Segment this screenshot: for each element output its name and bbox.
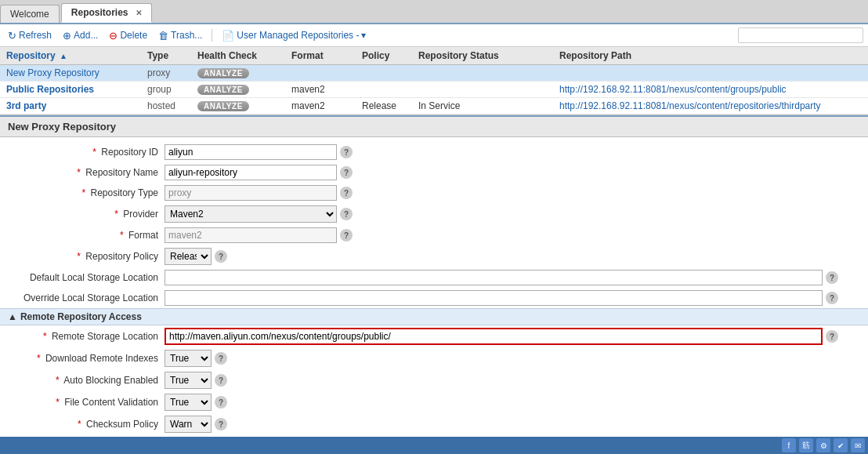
auto-blocking-select[interactable]: True False	[165, 372, 212, 389]
file-content-select[interactable]: True False	[165, 394, 212, 411]
checksum-help-icon[interactable]: ?	[215, 418, 227, 430]
repo-hc-0[interactable]: ANALYZE	[197, 67, 291, 78]
col-header-type[interactable]: Type	[147, 50, 197, 61]
col-header-policy[interactable]: Policy	[362, 50, 418, 61]
required-star: *	[81, 187, 85, 198]
override-storage-help-icon[interactable]: ?	[826, 292, 838, 304]
col-header-healthcheck[interactable]: Health Check	[197, 50, 291, 61]
form-row-repo-type: * Repository Type ?	[0, 183, 868, 203]
user-managed-label: User Managed Repositories -	[237, 30, 359, 41]
repo-name-3rdparty[interactable]: 3rd party	[0, 100, 147, 111]
delete-icon: ⊖	[109, 30, 118, 42]
refresh-button[interactable]: ↻ Refresh	[5, 28, 55, 43]
form-row-remote-storage: * Remote Storage Location ?	[0, 325, 868, 347]
repo-type-1: group	[147, 84, 197, 95]
format-help-icon[interactable]: ?	[340, 229, 353, 242]
table-row[interactable]: New Proxy Repository proxy ANALYZE	[0, 65, 868, 82]
form-body: * Repository ID ? * Repository Name ? * …	[0, 137, 868, 440]
tab-repositories-label: Repositories	[71, 7, 128, 18]
form-row-default-storage: Default Local Storage Location ?	[0, 267, 868, 288]
download-remote-select[interactable]: True False	[165, 350, 212, 367]
col-header-format[interactable]: Format	[291, 50, 362, 61]
form-row-download-remote: * Download Remote Indexes True False ?	[0, 347, 868, 369]
policy-select[interactable]: Release Snapshot Mixed	[165, 248, 212, 265]
tab-repositories[interactable]: Repositories ✕	[61, 3, 152, 23]
provider-label: * Provider	[8, 209, 165, 220]
delete-label: Delete	[120, 30, 147, 41]
repo-type-input	[165, 185, 337, 201]
col-header-path[interactable]: Repository Path	[559, 50, 868, 61]
repo-id-help-icon[interactable]: ?	[340, 146, 353, 158]
required-star: *	[77, 251, 81, 262]
required-star: *	[92, 147, 96, 158]
format-input	[165, 227, 337, 243]
remote-access-subsection[interactable]: ▲ Remote Repository Access	[0, 308, 868, 325]
add-button[interactable]: ⊕ Add...	[60, 28, 101, 43]
taskbar-icon-3[interactable]: ⚙	[816, 438, 830, 452]
default-storage-input[interactable]	[165, 270, 823, 285]
repo-status-2: In Service	[418, 100, 559, 111]
required-star: *	[120, 230, 124, 241]
analyze-button-2[interactable]: ANALYZE	[197, 101, 249, 111]
required-star: *	[56, 397, 60, 408]
user-managed-button[interactable]: 📄 User Managed Repositories - ▾	[219, 28, 369, 43]
analyze-button-1[interactable]: ANALYZE	[197, 85, 249, 95]
download-remote-help-icon[interactable]: ?	[215, 352, 227, 365]
repo-name-public[interactable]: Public Repositories	[0, 84, 147, 95]
repo-path-1[interactable]: http://192.168.92.11:8081/nexus/content/…	[559, 84, 868, 95]
form-row-auto-blocking: * Auto Blocking Enabled True False ?	[0, 369, 868, 391]
search-input[interactable]	[738, 27, 863, 43]
download-remote-label: * Download Remote Indexes	[8, 353, 165, 364]
required-star: *	[77, 167, 81, 178]
provider-select[interactable]: Maven2	[165, 205, 337, 223]
checksum-select[interactable]: Warn Strict Ignore	[165, 416, 212, 433]
repo-hc-1[interactable]: ANALYZE	[197, 84, 291, 95]
col-header-repository[interactable]: Repository ▲	[0, 50, 147, 61]
repo-name-new-proxy[interactable]: New Proxy Repository	[0, 67, 147, 78]
form-row-policy: * Repository Policy Release Snapshot Mix…	[0, 245, 868, 267]
repo-type-0: proxy	[147, 67, 197, 78]
remote-storage-help-icon[interactable]: ?	[826, 330, 838, 343]
repo-path-2[interactable]: http://192.168.92.11:8081/nexus/content/…	[559, 100, 868, 111]
auto-blocking-label: * Auto Blocking Enabled	[8, 375, 165, 386]
auto-blocking-help-icon[interactable]: ?	[215, 374, 227, 387]
remote-storage-input[interactable]	[165, 328, 823, 345]
default-storage-help-icon[interactable]: ?	[826, 271, 838, 284]
trash-button[interactable]: 🗑 Trash...	[155, 28, 205, 43]
repo-hc-2[interactable]: ANALYZE	[197, 100, 291, 111]
repo-name-input[interactable]	[165, 165, 337, 180]
table-row[interactable]: 3rd party hosted ANALYZE maven2 Release …	[0, 98, 868, 114]
toolbar-separator	[212, 29, 212, 42]
delete-button[interactable]: ⊖ Delete	[106, 28, 150, 43]
form-row-format: * Format ?	[0, 225, 868, 245]
required-star: *	[78, 419, 81, 430]
override-storage-input[interactable]	[165, 290, 823, 306]
tab-close-icon[interactable]: ✕	[136, 9, 142, 17]
sort-arrow-icon: ▲	[60, 52, 67, 60]
repo-name-label: * Repository Name	[8, 167, 165, 178]
taskbar-icon-1[interactable]: f	[782, 438, 796, 452]
repo-type-help-icon[interactable]: ?	[340, 187, 353, 199]
repo-id-input[interactable]	[165, 144, 337, 160]
checksum-label: * Checksum Policy	[8, 419, 165, 430]
taskbar-icon-2[interactable]: 筋	[799, 438, 813, 452]
taskbar-icon-4[interactable]: ✔	[834, 438, 848, 452]
repo-type-2: hosted	[147, 100, 197, 111]
trash-icon: 🗑	[158, 30, 168, 42]
toolbar: ↻ Refresh ⊕ Add... ⊖ Delete 🗑 Trash... 📄…	[0, 24, 868, 47]
tab-bar: Welcome Repositories ✕	[0, 0, 868, 24]
col-header-status[interactable]: Repository Status	[418, 50, 559, 61]
file-content-help-icon[interactable]: ?	[215, 396, 227, 409]
analyze-button-0[interactable]: ANALYZE	[197, 68, 249, 78]
form-title: New Proxy Repository	[0, 117, 868, 137]
table-row[interactable]: Public Repositories group ANALYZE maven2…	[0, 82, 868, 98]
taskbar-icon-5[interactable]: ✉	[851, 438, 865, 452]
required-star: *	[43, 331, 47, 342]
required-star: *	[37, 353, 41, 364]
policy-help-icon[interactable]: ?	[215, 250, 227, 263]
repo-type-label: * Repository Type	[8, 187, 165, 198]
tab-welcome[interactable]: Welcome	[0, 5, 60, 23]
user-managed-dropdown-icon: ▾	[361, 30, 366, 41]
repo-name-help-icon[interactable]: ?	[340, 166, 353, 179]
provider-help-icon[interactable]: ?	[340, 208, 353, 220]
